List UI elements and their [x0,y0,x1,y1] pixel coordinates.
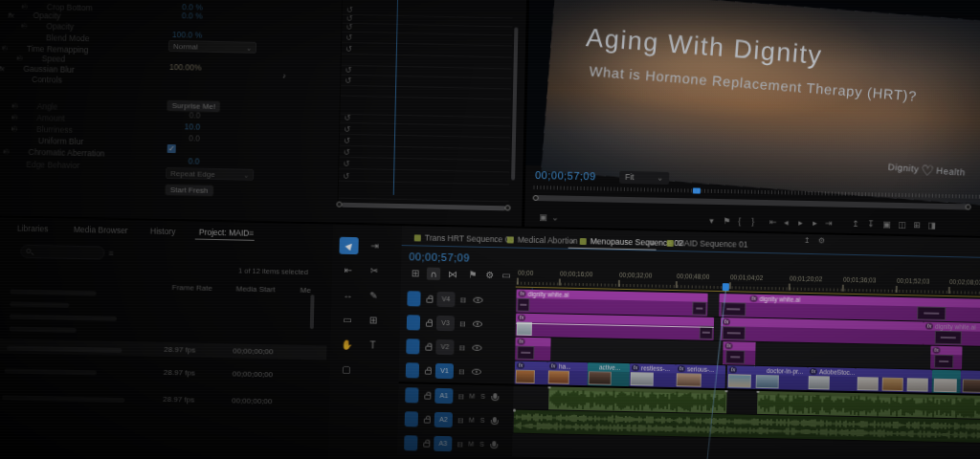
fade-handle[interactable] [513,409,516,412]
timeline-clip[interactable]: fx [930,346,962,370]
selection-tool[interactable]: ▶ [339,237,358,254]
snap-icon[interactable]: ∩ [427,268,440,280]
transform-tool[interactable]: ⊞ [364,312,383,329]
source-patch-A1[interactable] [405,387,418,403]
mute-icon[interactable]: M [469,417,475,424]
stopwatch-icon[interactable]: ◷ [2,44,8,52]
snap-overlay-tool[interactable]: ▢ [337,361,356,379]
solo-icon[interactable]: S [479,441,484,448]
sync-lock-icon[interactable]: ⊟ [457,392,464,401]
track-target-V4[interactable]: V4 [436,292,455,307]
caption-icon[interactable]: ▭ [500,269,513,281]
mute-icon[interactable]: M [468,441,474,448]
toggle-track-output-icon[interactable] [472,345,481,351]
stopwatch-icon[interactable]: ◷ [22,3,28,11]
project-search-input[interactable] [20,245,104,260]
toggle-track-output-icon[interactable] [473,297,482,303]
sync-lock-icon[interactable]: ⊟ [459,319,466,328]
source-patch-V2[interactable] [406,339,419,354]
stopwatch-icon[interactable]: ◷ [11,125,17,133]
tab-libraries[interactable]: Libraries [17,224,49,234]
toggle-track-output-icon[interactable] [473,321,482,327]
effect-dropdown[interactable]: Repeat Edge⌄ [166,167,254,181]
sequence-tab[interactable]: Trans HRT Sequence 03 [414,232,515,244]
track-target-A2[interactable]: A2 [434,412,453,427]
timeline-clip[interactable]: fx [515,338,550,361]
tab-media-browser[interactable]: Media Browser [74,225,128,235]
panel-menu-icon[interactable]: ≡ [650,237,655,247]
timeline-clip[interactable]: fxdignity white.ai [516,290,707,317]
type-tool[interactable]: T [363,337,382,354]
timeline-clip[interactable]: fx [723,341,755,365]
stopwatch-icon[interactable]: ◷ [4,147,10,155]
effect-dropdown[interactable]: Normal⌄ [168,40,256,54]
voiceover-record-icon[interactable] [493,417,497,423]
sequence-tab[interactable]: Medical Abortion [507,234,578,246]
sequence-tab[interactable]: MAID Sequence 01 [667,238,748,250]
ec-hscroll-right-cap[interactable] [504,205,510,210]
reset-effect-icon[interactable]: ↺ [344,114,350,122]
lock-icon[interactable] [426,298,433,303]
ripple-edit-tool[interactable]: ⇤ [339,262,358,279]
source-patch-A3[interactable] [404,435,417,450]
timeline-clip[interactable]: fx [721,317,924,344]
nest-icon[interactable]: ⊞ [409,267,422,279]
source-patch-V4[interactable] [407,291,420,306]
track-target-A3[interactable]: A3 [434,436,452,451]
go-to-in-icon[interactable]: ⇤ [769,217,777,227]
audio-clip[interactable] [548,386,726,413]
reset-effect-icon[interactable]: ↺ [345,33,352,42]
extract-icon[interactable]: ↧ [867,219,875,229]
export-icon[interactable]: ↥ [804,236,811,245]
mark-out-icon[interactable]: } [751,217,754,227]
razor-tool[interactable]: ✂ [365,262,384,279]
stopwatch-icon[interactable]: ◷ [17,55,23,62]
track-target-V1[interactable]: V1 [435,363,454,379]
slip-tool[interactable]: ↔ [338,287,357,304]
timeline-settings-icon[interactable]: ⚙ [483,269,497,281]
reset-effect-icon[interactable]: ↺ [343,160,349,168]
effect-property-value[interactable]: 0.0 [162,133,200,143]
chevron-down-icon[interactable]: ⌄ [551,212,559,222]
timeline-clip[interactable]: fxAdobeStoc... [808,367,856,391]
voiceover-record-icon[interactable] [493,393,497,399]
solo-icon[interactable]: S [480,417,485,424]
voiceover-record-icon[interactable] [492,441,496,447]
list-view-icon[interactable]: ≡ [108,249,113,258]
timeline-clip[interactable] [856,368,932,393]
step-forward-icon[interactable]: ▸ [813,218,817,228]
stopwatch-icon[interactable]: ◷ [12,102,18,110]
bookmark-marker-icon[interactable]: ⚑ [723,216,730,226]
reset-effect-icon[interactable]: ↺ [345,45,352,54]
close-tab-icon[interactable]: × [570,237,575,246]
timeline-clip[interactable]: doctor-in-pr... [755,366,808,390]
add-marker-icon[interactable]: ▾ [709,216,714,226]
reset-effect-icon[interactable]: ↺ [345,23,352,32]
source-patch-A2[interactable] [405,411,418,426]
reset-effect-icon[interactable]: ↺ [345,14,352,23]
reset-effect-icon[interactable]: ↺ [344,148,350,157]
source-patch-V3[interactable] [407,315,420,330]
source-patch-V1[interactable] [406,362,419,378]
lock-icon[interactable] [425,346,432,351]
lock-icon[interactable] [424,395,431,400]
grid-icon[interactable]: ⊞ [913,220,921,230]
lock-icon[interactable] [426,322,433,327]
ec-hscroll-left-cap[interactable] [336,202,342,208]
reset-effect-icon[interactable]: ↺ [344,137,350,145]
timeline-clip[interactable] [961,370,980,394]
effect-checkbox[interactable]: ✓ [167,144,176,153]
rectangle-tool[interactable]: ▭ [338,312,357,329]
program-scrollbar-right-cap[interactable] [966,204,971,209]
linked-selection-icon[interactable]: ⋈ [446,268,459,280]
reset-effect-icon[interactable]: ↺ [346,6,353,14]
gear-icon[interactable]: ⚙ [818,236,825,245]
tab-history[interactable]: History [150,227,176,237]
toggle-track-output-icon[interactable] [472,369,481,375]
timeline-clip[interactable]: fxrestless-... [630,363,676,387]
stopwatch-icon[interactable]: ◷ [11,114,17,121]
timeline-playhead-head[interactable] [723,283,729,291]
proxy-icon[interactable]: ◨ [927,221,936,230]
sync-lock-icon[interactable]: ⊟ [458,343,465,352]
effect-button[interactable]: Start Fresh [166,185,213,196]
